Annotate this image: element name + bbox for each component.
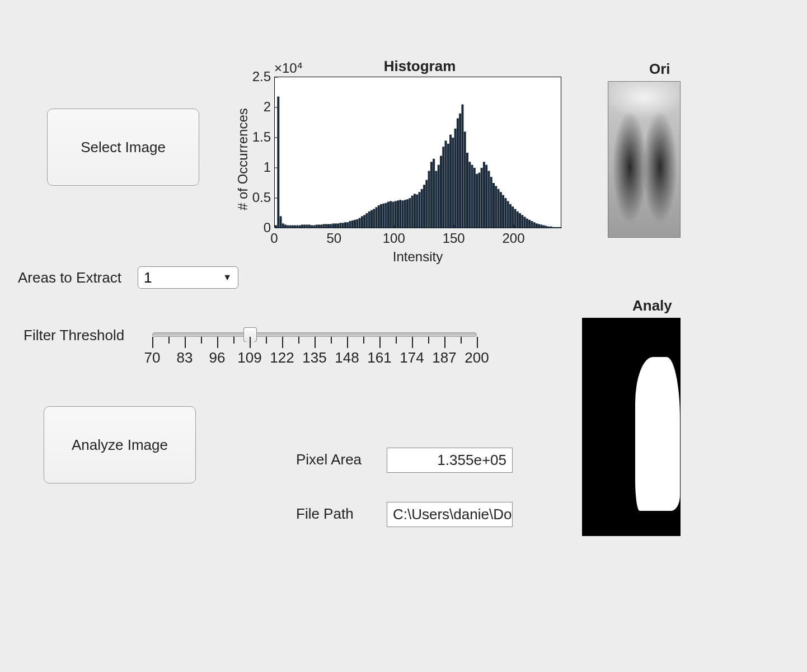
svg-rect-115 — [524, 217, 526, 228]
svg-rect-129 — [557, 228, 559, 228]
svg-rect-102 — [492, 183, 495, 228]
analysis-image-title-partial: Analy — [632, 297, 683, 314]
analysis-image-preview — [582, 318, 681, 536]
svg-rect-55 — [380, 204, 382, 228]
pixel-area-field[interactable]: 1.355e+05 — [387, 448, 513, 473]
svg-rect-116 — [526, 219, 528, 228]
histogram-ytick: 2 — [248, 99, 271, 115]
svg-rect-16 — [287, 225, 289, 228]
svg-rect-52 — [373, 209, 375, 228]
slider-tick-label: 70 — [144, 349, 161, 366]
svg-rect-114 — [521, 215, 523, 228]
svg-rect-42 — [349, 221, 351, 228]
svg-rect-110 — [512, 206, 514, 228]
file-path-label: File Path — [296, 505, 354, 523]
svg-rect-14 — [282, 223, 284, 228]
svg-rect-20 — [296, 225, 298, 228]
svg-rect-85 — [452, 138, 454, 228]
svg-rect-120 — [536, 223, 538, 228]
svg-rect-124 — [545, 226, 547, 228]
svg-rect-101 — [490, 177, 492, 228]
svg-rect-69 — [414, 194, 416, 228]
histogram-plot — [274, 77, 561, 228]
svg-rect-44 — [354, 220, 356, 228]
areas-to-extract-select[interactable]: 1 — [138, 266, 238, 289]
svg-rect-86 — [454, 129, 457, 228]
filter-threshold-label: Filter Threshold — [24, 327, 124, 344]
svg-rect-63 — [399, 200, 401, 228]
svg-rect-26 — [311, 225, 313, 228]
svg-rect-128 — [555, 227, 557, 228]
svg-rect-57 — [385, 203, 387, 228]
slider-tick-label: 148 — [335, 349, 359, 366]
svg-rect-112 — [517, 212, 519, 228]
svg-rect-46 — [359, 218, 361, 228]
svg-rect-90 — [464, 131, 466, 228]
svg-rect-121 — [538, 224, 540, 228]
svg-rect-108 — [507, 201, 509, 228]
svg-rect-119 — [533, 222, 536, 228]
histogram-ytick: 2.5 — [248, 69, 271, 84]
svg-rect-96 — [478, 173, 480, 228]
pixel-area-value: 1.355e+05 — [437, 452, 506, 468]
svg-rect-79 — [438, 165, 440, 228]
svg-rect-67 — [409, 198, 411, 228]
svg-rect-91 — [466, 153, 468, 228]
file-path-value: C:\Users\danie\Dow — [393, 506, 513, 523]
svg-rect-78 — [435, 171, 437, 228]
svg-rect-50 — [368, 212, 370, 228]
svg-rect-72 — [421, 189, 423, 228]
svg-rect-107 — [504, 198, 506, 228]
svg-rect-54 — [378, 205, 380, 228]
svg-rect-98 — [483, 162, 485, 228]
svg-rect-66 — [406, 199, 409, 228]
svg-rect-70 — [416, 195, 418, 228]
slider-tick-label: 83 — [177, 349, 193, 366]
svg-rect-39 — [342, 223, 344, 228]
slider-tick-label: 200 — [465, 349, 489, 366]
svg-rect-17 — [289, 225, 292, 228]
select-image-button[interactable]: Select Image — [47, 109, 199, 186]
svg-rect-89 — [461, 105, 463, 228]
svg-rect-53 — [376, 207, 378, 228]
svg-rect-73 — [423, 185, 425, 228]
histogram-xtick: 100 — [383, 231, 405, 246]
svg-rect-88 — [459, 114, 461, 228]
svg-rect-111 — [514, 209, 517, 228]
svg-rect-83 — [447, 144, 449, 228]
svg-rect-105 — [500, 192, 502, 228]
svg-rect-80 — [440, 156, 442, 228]
histogram-xlabel: Intensity — [274, 249, 561, 265]
svg-rect-35 — [332, 223, 335, 228]
svg-rect-56 — [382, 204, 384, 228]
analyze-image-button[interactable]: Analyze Image — [44, 406, 196, 483]
file-path-field[interactable]: C:\Users\danie\Dow — [387, 502, 513, 527]
svg-rect-109 — [509, 204, 512, 228]
svg-rect-74 — [425, 180, 428, 228]
svg-rect-45 — [356, 219, 358, 228]
histogram-xtick: 0 — [263, 231, 285, 246]
svg-rect-84 — [449, 135, 452, 228]
slider-tick-label: 187 — [432, 349, 456, 366]
svg-rect-32 — [325, 224, 327, 228]
svg-rect-24 — [306, 225, 308, 228]
svg-rect-27 — [313, 225, 315, 228]
histogram-ytick: 1 — [248, 159, 271, 175]
svg-rect-82 — [445, 140, 447, 228]
svg-rect-23 — [303, 225, 306, 228]
histogram-ytick: 0.5 — [248, 190, 271, 205]
svg-rect-95 — [476, 174, 478, 228]
svg-rect-94 — [473, 168, 476, 228]
slider-tick-label: 109 — [237, 349, 261, 366]
svg-rect-33 — [327, 224, 330, 228]
areas-to-extract-label: Areas to Extract — [18, 269, 121, 286]
svg-rect-87 — [457, 118, 459, 228]
histogram-y-exp: ×10⁴ — [274, 60, 303, 76]
svg-rect-104 — [498, 189, 500, 228]
select-image-label: Select Image — [81, 139, 166, 156]
svg-rect-103 — [495, 186, 497, 228]
svg-rect-77 — [433, 159, 435, 228]
filter-threshold-slider[interactable] — [152, 332, 477, 337]
histogram-title: Histogram — [269, 58, 571, 75]
svg-rect-68 — [411, 196, 414, 228]
